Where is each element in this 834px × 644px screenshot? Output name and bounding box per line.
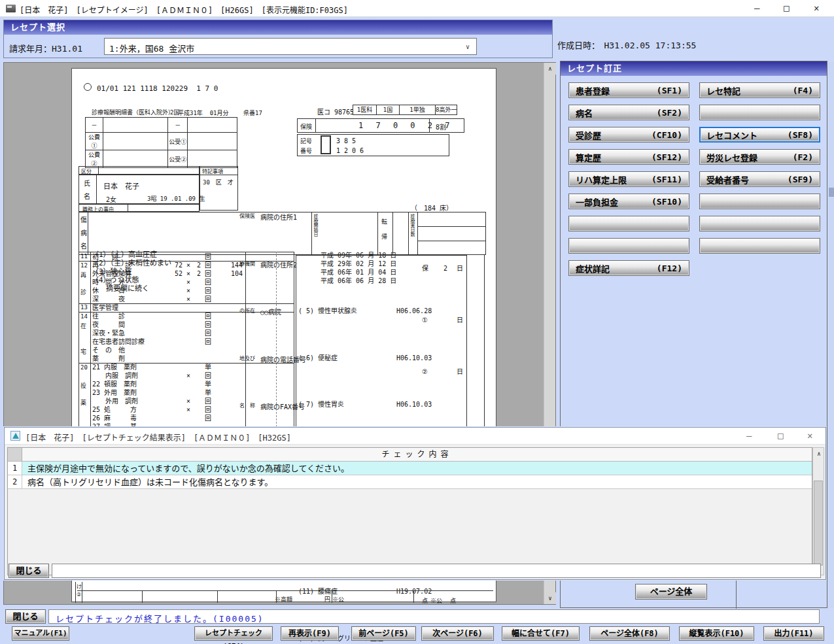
tokki-value: 30 区 才 bbox=[203, 178, 234, 186]
toolbar-manual-button[interactable]: マニュアル(F1) bbox=[12, 626, 69, 641]
start-date-col-label: 診療開始日 bbox=[312, 214, 319, 253]
edit-function-button[interactable]: 症状詳記 (F12) bbox=[568, 260, 689, 276]
charge-group-char: 再 bbox=[80, 271, 86, 279]
charge-total bbox=[211, 363, 243, 371]
check-result-row[interactable]: 1 主保険が月途中で無効になっていますので、誤りがないか念の為確認してください。 bbox=[8, 462, 812, 475]
charge-name: 22 頓服 薬剤 bbox=[92, 380, 168, 388]
edit-function-button[interactable]: リハ算定上限 (SF11) bbox=[568, 171, 689, 187]
kouhi-cell: 公費① bbox=[86, 133, 103, 150]
tenki-char: 転 bbox=[381, 217, 387, 226]
name-char-1: 氏 bbox=[84, 178, 90, 188]
check-close-bottom-button[interactable]: 閉じる bbox=[9, 564, 49, 578]
scroll-down-icon[interactable]: ∨ bbox=[544, 592, 556, 604]
charge-calc: × bbox=[168, 295, 190, 303]
page-whole-button[interactable]: ページ全体 bbox=[635, 584, 707, 600]
charge-name: 23 外用 薬剤 bbox=[92, 388, 168, 397]
close-button[interactable]: ✕ bbox=[814, 3, 819, 13]
charge-times: 回 bbox=[190, 295, 211, 303]
edit-button-key: (SF12) bbox=[652, 152, 682, 162]
toolbar-vertical-view-button[interactable]: 縦覧表示(F10) bbox=[679, 626, 754, 641]
grid-line bbox=[200, 175, 238, 175]
check-close-button[interactable]: ✕ bbox=[807, 430, 812, 441]
edit-button-key: (SF9) bbox=[788, 175, 813, 184]
grid-line bbox=[88, 212, 88, 255]
check-scroll-thumb[interactable] bbox=[814, 481, 823, 566]
viewer-close-button[interactable]: 閉じる bbox=[5, 609, 46, 624]
edit-button-label: 労災レセ登録 bbox=[706, 151, 757, 163]
receipt-select-dropdown[interactable]: 1:外来，国68 金沢市 ∨ bbox=[104, 38, 477, 55]
check-minimize-button[interactable]: — bbox=[746, 430, 752, 441]
edit-function-button[interactable]: 一部負担金 (SF10) bbox=[568, 194, 689, 209]
charge-group-char: 薬 bbox=[80, 398, 86, 407]
check-scroll-up-icon[interactable]: ∧ bbox=[813, 448, 825, 460]
memo-disease-date: H06.10.03 bbox=[396, 354, 432, 364]
charge-name: 医学管理 bbox=[92, 303, 168, 312]
toolbar-next-page-button[interactable]: 次ページ(F6) bbox=[421, 626, 494, 641]
edit-function-button[interactable] bbox=[699, 105, 820, 120]
toolbar-output-button[interactable]: 出力(F11) bbox=[763, 626, 824, 641]
disease-col-char: 傷 bbox=[80, 214, 87, 224]
edit-function-button[interactable]: 労災レセ登録 (F2) bbox=[699, 149, 820, 165]
edit-function-button[interactable]: 受給者番号 (SF9) bbox=[699, 171, 820, 187]
charge-calc bbox=[168, 354, 190, 363]
memo-disease-row: ( 6) 便秘症 H06.10.03 bbox=[298, 354, 432, 364]
maximize-button[interactable]: □ bbox=[784, 3, 789, 13]
edit-button-key: (CF10) bbox=[652, 130, 682, 140]
charge-calc bbox=[168, 252, 190, 261]
edit-function-button[interactable]: 受診歴 (CF10) bbox=[568, 127, 689, 143]
edit-function-button[interactable] bbox=[568, 238, 689, 254]
edit-function-button[interactable]: レセ特記 (F4) bbox=[699, 82, 820, 98]
bed-count: （ 184 床） bbox=[411, 203, 453, 212]
check-row-text[interactable]: 主保険が月途中で無効になっていますので、誤りがないか念の為確認してください。 bbox=[22, 462, 812, 475]
edit-function-button[interactable]: 患者登録 (SF1) bbox=[568, 82, 689, 98]
dropdown-value: 1:外来，国68 金沢市 bbox=[109, 42, 194, 54]
toolbar-fit-width-button[interactable]: 幅に合せて(F7) bbox=[502, 626, 580, 641]
charge-name: そ の 他 bbox=[92, 346, 168, 354]
right-edge-scrollbar[interactable] bbox=[829, 62, 834, 608]
check-vertical-scrollbar[interactable]: ∧ ∨ bbox=[812, 447, 824, 575]
charge-row: 薬 剤 bbox=[79, 354, 294, 363]
right-edge-scroll-thumb[interactable] bbox=[829, 188, 834, 197]
charge-total bbox=[211, 295, 243, 303]
check-row-text[interactable]: 病名（高トリグリセリド血症）は未コード化傷病名となります。 bbox=[22, 475, 812, 488]
edit-function-button[interactable] bbox=[568, 216, 689, 231]
edit-function-button[interactable]: 病名 (SF2) bbox=[568, 105, 689, 120]
disease-col-char: 名 bbox=[80, 241, 87, 250]
toolbar-redisplay-button[interactable]: 再表示(F9) bbox=[281, 626, 339, 641]
edit-button-key: (F12) bbox=[657, 263, 682, 273]
charge-name: 初 診 bbox=[92, 252, 168, 261]
toolbar-whole-page-button[interactable]: ページ全体(F8) bbox=[589, 626, 670, 641]
charge-name: 深 夜 bbox=[92, 295, 168, 303]
main-window-title: [日本 花子] [レセプトイメージ] [ＡＤＭＩＮ０] [H26GS] [表示元… bbox=[20, 4, 348, 15]
charge-row: 22 頓服 薬剤 単 bbox=[79, 380, 294, 388]
toolbar-prev-page-button[interactable]: 前ページ(F5) bbox=[351, 626, 416, 641]
kouhi-cell: 公受① bbox=[168, 133, 188, 150]
charge-row: 時 間 外 × 回 bbox=[79, 278, 294, 286]
edit-button-label: 受診歴 bbox=[576, 129, 601, 141]
minimize-button[interactable]: — bbox=[754, 3, 759, 13]
charge-times: 回 bbox=[190, 405, 211, 414]
scroll-up-icon[interactable]: ∧ bbox=[544, 63, 556, 75]
charge-row: 内服 調剤 × 回 bbox=[79, 371, 294, 380]
edit-function-button[interactable] bbox=[699, 194, 820, 209]
charge-row: 23 外用 薬剤 単 bbox=[79, 388, 294, 397]
insurer-label: 保険 bbox=[300, 122, 312, 131]
edit-function-button[interactable] bbox=[699, 216, 820, 231]
edit-function-button[interactable]: レセコメント (SF8) bbox=[699, 127, 820, 143]
check-maximize-button[interactable]: □ bbox=[778, 430, 783, 441]
charge-name: 21 内服 薬剤 bbox=[92, 363, 168, 371]
edit-button-key: (SF8) bbox=[788, 130, 813, 140]
toolbar-receipt-check-button[interactable]: レセプトチェック(CF4) bbox=[194, 626, 273, 641]
charge-calc bbox=[168, 320, 190, 329]
charge-group-char: 診 bbox=[80, 288, 86, 296]
memo-disease-row: ( 5) 慢性甲状腺炎 H06.06.28 bbox=[298, 307, 432, 316]
memo-disease-name: ( 7) 慢性胃炎 bbox=[298, 400, 396, 410]
edit-function-button[interactable] bbox=[699, 238, 820, 254]
tenki-char: 帰 bbox=[381, 232, 387, 241]
check-result-row[interactable]: 2 病名（高トリグリセリド血症）は未コード化傷病名となります。 bbox=[8, 475, 812, 489]
charge-calc bbox=[168, 346, 190, 354]
charge-group-code: 12 bbox=[80, 262, 88, 269]
edit-function-button[interactable]: 算定歴 (SF12) bbox=[568, 149, 689, 165]
charge-name: 薬 剤 bbox=[92, 354, 168, 363]
chevron-down-icon[interactable]: ∨ bbox=[466, 43, 470, 50]
